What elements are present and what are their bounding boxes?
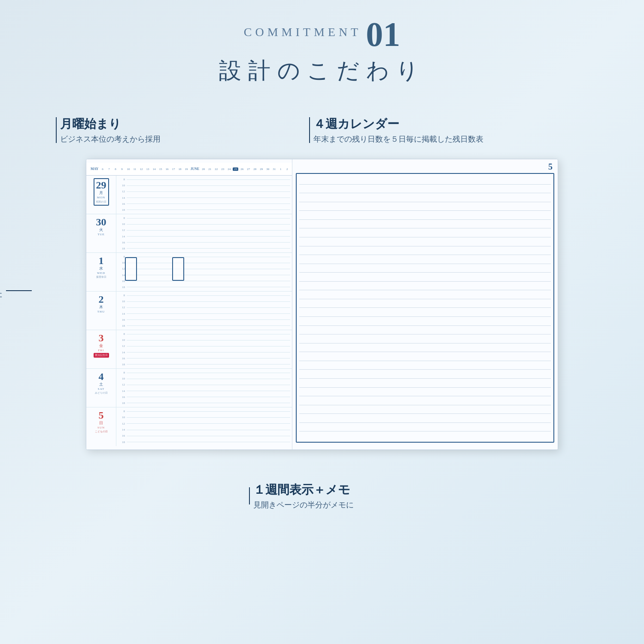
memo-line: [299, 361, 551, 370]
commitment-label: COMMITMENT: [244, 25, 361, 39]
day-entry-3: 3 金 FRI 憲法記念日 8 10 12 14 16: [86, 330, 292, 369]
memo-lines: [297, 174, 553, 442]
page-wrapper: COMMITMENT01 設計のこだわり 月曜始まり ビジネス本位の考えから採用…: [0, 0, 644, 644]
memo-line: [299, 282, 551, 291]
annotation-memo: １週間表示＋メモ 見開きページの半分がメモに: [249, 482, 354, 510]
annotation-jikan-desc-1: 横書きに適した: [0, 289, 3, 299]
annotation-monday-desc: ビジネス本位の考えから採用: [60, 134, 161, 144]
memo-line: [299, 202, 551, 211]
memo-line: [299, 290, 551, 299]
memo-line: [299, 246, 551, 255]
right-page: 5: [292, 159, 558, 450]
memo-line: [299, 176, 551, 185]
memo-line: [299, 334, 551, 343]
subtitle: 設計のこだわり: [219, 56, 425, 86]
right-page-number: 5: [548, 162, 553, 172]
commitment-title-row: COMMITMENT01: [219, 17, 425, 52]
annotation-memo-title: １週間表示＋メモ: [253, 482, 354, 498]
annotation-jikan-desc-2: タテの配列: [0, 301, 3, 311]
diary-mockup: 4/5 MAY 6 7 8 9 10 11 12 13: [86, 159, 558, 450]
annotation-jikan: 時間軸 横書きに適した タテの配列: [0, 270, 32, 311]
day-entry-2: 2 木 THU 8 10 12 14 16 18: [86, 292, 292, 330]
commitment-number: 01: [366, 15, 400, 53]
annotation-4week-title: ４週カレンダー: [313, 116, 483, 132]
day-entry-30: 30 火 TUE 8 10 12 14 16 18: [86, 214, 292, 253]
memo-line: [299, 326, 551, 335]
day-label-29: 29 月 MON 昭和の日: [86, 176, 116, 214]
memo-line: [299, 237, 551, 246]
memo-line: [299, 317, 551, 326]
memo-line: [299, 273, 551, 282]
memo-area: [296, 173, 554, 443]
memo-line: [299, 388, 551, 397]
left-page: 4/5 MAY 6 7 8 9 10 11 12 13: [86, 159, 292, 450]
memo-line: [299, 343, 551, 352]
memo-line: [299, 228, 551, 237]
day-entry-1: 1 水 WED 振替休日 8 10: [86, 253, 292, 292]
memo-line: [299, 414, 551, 423]
annotation-jikan-title: 時間軸: [0, 270, 3, 287]
memo-line: [299, 431, 551, 440]
memo-line: [299, 264, 551, 273]
day-entry-29: 29 月 MON 昭和の日 8 10 12 14: [86, 176, 292, 214]
annotation-4week: ４週カレンダー 年末までの残り日数を５日毎に掲載した残日数表: [309, 116, 483, 144]
memo-line: [299, 396, 551, 405]
day-entry-4: 4 土 SAT みどりの日 8 10 12 14 16: [86, 369, 292, 407]
memo-line: [299, 423, 551, 432]
memo-line: [299, 405, 551, 414]
memo-line: [299, 352, 551, 361]
memo-line: [299, 193, 551, 202]
memo-line: [299, 220, 551, 229]
annotation-monday: 月曜始まり ビジネス本位の考えから採用: [56, 116, 161, 144]
memo-line: [299, 370, 551, 379]
diary-area: 時間軸 横書きに適した タテの配列 4/5 MAY: [43, 159, 601, 450]
day-entry-5: 5 日 SUN こどもの日 8 10 12 14 16: [86, 407, 292, 446]
memo-line: [299, 211, 551, 220]
memo-line: [299, 308, 551, 317]
annotation-4week-desc: 年末までの残り日数を５日毎に掲載した残日数表: [313, 134, 483, 144]
annotation-memo-desc: 見開きページの半分がメモに: [253, 500, 354, 510]
calendar-strip: MAY 6 7 8 9 10 11 12 13 14 15 16: [86, 163, 292, 176]
memo-line: [299, 299, 551, 308]
header: COMMITMENT01 設計のこだわり: [219, 17, 425, 86]
memo-line: [299, 379, 551, 388]
annotation-monday-title: 月曜始まり: [60, 116, 161, 132]
memo-line: [299, 255, 551, 264]
memo-line: [299, 185, 551, 194]
